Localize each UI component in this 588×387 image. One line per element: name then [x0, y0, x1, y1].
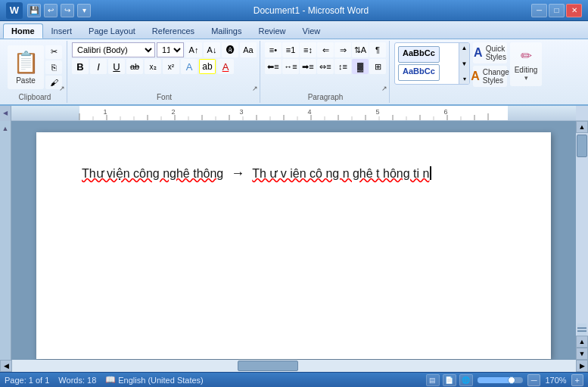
decrease-indent-button[interactable]: ⇐ — [317, 42, 334, 57]
text-effects-button[interactable]: A — [181, 59, 198, 74]
subscript-button[interactable]: x₂ — [145, 59, 161, 74]
scroll-thumb[interactable] — [577, 135, 587, 157]
font-row1: Calibri (Body) 11 A↑ A↓ 🅐 Aa — [72, 42, 257, 57]
view-normal-btn[interactable]: ▤ — [426, 374, 440, 386]
bullets-button[interactable]: ≡• — [265, 42, 282, 57]
paste-icon: 📋 — [13, 50, 39, 75]
center-button[interactable]: ↔≡ — [282, 59, 299, 74]
para-content: ≡• ≡1 ≡↕ ⇐ ⇒ ⇅A ¶ ⬅≡ ↔≡ ➡≡ ⇔≡ ↕≡ ▓ ⊞ — [265, 42, 386, 80]
cut-button[interactable]: ✂ — [45, 45, 62, 59]
tab-insert[interactable]: Insert — [43, 23, 81, 39]
save-quick-btn[interactable]: 💾 — [27, 4, 41, 17]
shrink-font-button[interactable]: A↓ — [204, 42, 220, 57]
line-spacing-button[interactable]: ↕≡ — [334, 59, 351, 74]
font-row2: B I U ab x₂ x² A ab A — [72, 59, 257, 74]
align-right-button[interactable]: ➡≡ — [300, 59, 316, 74]
clipboard-expand[interactable]: ↗ — [59, 85, 65, 92]
borders-button[interactable]: ⊞ — [369, 59, 386, 74]
quick-access-toolbar: 💾 ↩ ↪ ▾ — [27, 4, 91, 17]
font-label: Font — [72, 91, 257, 101]
font-expand[interactable]: ↗ — [252, 85, 258, 92]
language-indicator[interactable]: 📖 English (United States) — [105, 375, 204, 385]
tab-page-layout[interactable]: Page Layout — [80, 23, 144, 39]
qa-dropdown[interactable]: ▾ — [77, 4, 91, 17]
font-content: Calibri (Body) 11 A↑ A↓ 🅐 Aa B I U ab x₂ — [72, 42, 257, 80]
zoom-fill — [478, 377, 512, 383]
doc-text-right: Th ư v iên cô ng n ghê t hông ti n — [252, 164, 429, 184]
change-case-button[interactable]: Aa — [240, 42, 257, 57]
close-btn[interactable]: ✕ — [566, 4, 582, 17]
window-controls: ─ □ ✕ — [531, 4, 582, 17]
font-family-select[interactable]: Calibri (Body) — [72, 42, 155, 57]
zoom-thumb[interactable] — [508, 376, 515, 384]
superscript-button[interactable]: x² — [163, 59, 179, 74]
scroll-up-button[interactable]: ▲ — [576, 121, 588, 133]
paste-button[interactable]: 📋 Paste — [8, 45, 44, 89]
tab-mailings[interactable]: Mailings — [203, 23, 250, 39]
change-styles-button[interactable]: A ChangeStyles — [473, 66, 507, 87]
ruler-left-marker: ◀ — [0, 106, 11, 121]
quick-styles-button[interactable]: A QuickStyles — [473, 42, 507, 63]
scroll-down-button[interactable]: ▼ — [576, 348, 588, 360]
scroll-down-prev-button[interactable]: ▲ — [576, 336, 588, 348]
hscroll-left-button[interactable]: ◀ — [0, 360, 12, 372]
increase-indent-button[interactable]: ⇒ — [334, 42, 351, 57]
show-all-button[interactable]: ¶ — [369, 42, 386, 57]
tab-review[interactable]: Review — [250, 23, 294, 39]
word-count: Words: 18 — [58, 376, 96, 385]
clipboard-label: Clipboard — [6, 91, 64, 101]
doc-arrow: → — [231, 163, 244, 184]
redo-btn[interactable]: ↪ — [61, 4, 74, 17]
hscroll-right-button[interactable]: ▶ — [576, 360, 588, 372]
grow-font-button[interactable]: A↑ — [185, 42, 202, 57]
bold-button[interactable]: B — [72, 59, 89, 74]
highlight-button[interactable]: ab — [199, 59, 216, 74]
svg-text:5: 5 — [375, 108, 379, 116]
underline-button[interactable]: U — [108, 59, 125, 74]
shading-button[interactable]: ▓ — [352, 59, 369, 74]
paragraph-group: ≡• ≡1 ≡↕ ⇐ ⇒ ⇅A ¶ ⬅≡ ↔≡ ➡≡ ⇔≡ ↕≡ ▓ ⊞ — [262, 41, 390, 103]
view-reading-btn[interactable]: 📄 — [443, 374, 456, 386]
vertical-scrollbar: ▲ ▲ ▼ — [576, 121, 588, 360]
tab-view[interactable]: View — [294, 23, 329, 39]
app-window: W 💾 ↩ ↪ ▾ Document1 - Microsoft Word ─ □… — [0, 0, 588, 387]
tab-references[interactable]: References — [144, 23, 203, 39]
italic-button[interactable]: I — [90, 59, 107, 74]
styles-gallery[interactable]: AaBbCc AaBbCc ▲ ▼ ▾ — [394, 42, 470, 85]
multilevel-button[interactable]: ≡↕ — [300, 42, 316, 57]
strikethrough-button[interactable]: ab — [126, 59, 143, 74]
clear-format-button[interactable]: 🅐 — [222, 42, 238, 57]
editing-arrow: ▾ — [524, 74, 528, 82]
svg-text:3: 3 — [239, 108, 243, 116]
editing-button[interactable]: ✏ Editing ▾ — [510, 42, 542, 86]
numbering-button[interactable]: ≡1 — [282, 42, 299, 57]
paragraph-label: Paragraph — [265, 91, 386, 101]
font-size-select[interactable]: 11 — [157, 42, 184, 57]
font-color-button[interactable]: A — [217, 59, 234, 74]
paragraph-expand[interactable]: ↗ — [381, 85, 387, 92]
justify-button[interactable]: ⇔≡ — [317, 59, 334, 74]
quick-styles-label: QuickStyles — [486, 45, 506, 61]
view-web-btn[interactable]: 🌐 — [459, 374, 473, 386]
styles-content: AaBbCc AaBbCc ▲ ▼ ▾ A QuickStyles — [394, 42, 542, 87]
tab-home[interactable]: Home — [3, 23, 43, 39]
status-bar: Page: 1 of 1 Words: 18 📖 English (United… — [0, 372, 588, 387]
window-title: Document1 - Microsoft Word — [91, 5, 531, 16]
minimize-btn[interactable]: ─ — [531, 4, 547, 17]
zoom-plus-btn[interactable]: + — [571, 374, 583, 386]
hscroll-track[interactable] — [12, 360, 576, 372]
undo-btn[interactable]: ↩ — [44, 4, 58, 17]
maximize-btn[interactable]: □ — [549, 4, 565, 17]
align-left-button[interactable]: ⬅≡ — [265, 59, 282, 74]
sort-button[interactable]: ⇅A — [352, 42, 369, 57]
hscroll-thumb[interactable] — [238, 361, 298, 371]
document-content: Thư viện công nghê thông → Th ư v iên cô… — [82, 163, 506, 184]
zoom-slider[interactable] — [478, 377, 523, 383]
editing-icon: ✏ — [521, 48, 532, 64]
zoom-minus-btn[interactable]: ─ — [527, 374, 541, 386]
language-text: English (United States) — [118, 376, 204, 385]
ruler-track: 1 2 3 4 5 6 — [11, 106, 576, 120]
horizontal-scrollbar: ◀ ▶ — [0, 360, 588, 372]
copy-button[interactable]: ⎘ — [45, 60, 62, 74]
svg-text:1: 1 — [103, 108, 107, 116]
